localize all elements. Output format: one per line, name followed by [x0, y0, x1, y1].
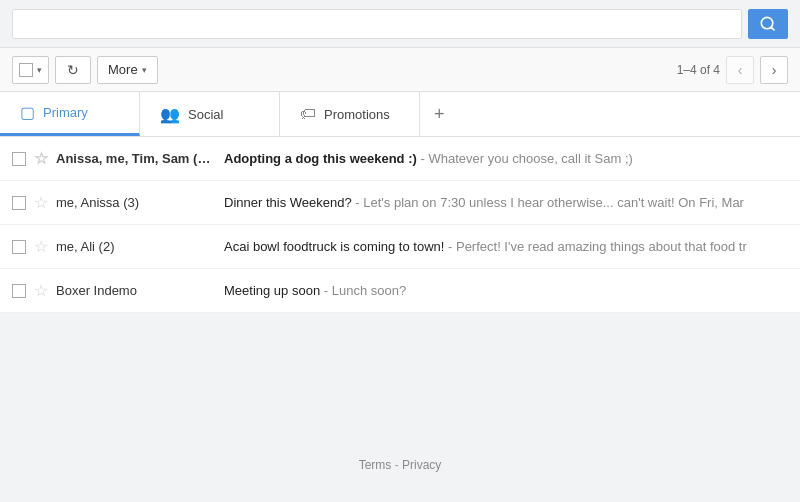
inbox-icon: ▢	[20, 103, 35, 122]
next-page-button[interactable]: ›	[760, 56, 788, 84]
email-checkbox[interactable]	[12, 284, 26, 298]
tag-icon: 🏷	[300, 105, 316, 123]
email-sender: me, Ali (2)	[56, 239, 216, 254]
email-subject: Dinner this Weekend?	[224, 195, 352, 210]
email-list: ☆ Anissa, me, Tim, Sam (22) Adopting a d…	[0, 137, 800, 313]
terms-link[interactable]: Terms	[359, 458, 392, 472]
email-checkbox[interactable]	[12, 196, 26, 210]
email-checkbox[interactable]	[12, 152, 26, 166]
email-row[interactable]: ☆ me, Anissa (3) Dinner this Weekend? - …	[0, 181, 800, 225]
search-bar	[0, 0, 800, 48]
dropdown-chevron-icon: ▾	[37, 65, 42, 75]
email-subject: Adopting a dog this weekend :)	[224, 151, 417, 166]
email-subject: Meeting up soon	[224, 283, 320, 298]
email-subject-preview: Dinner this Weekend? - Let's plan on 7:3…	[224, 195, 788, 210]
toolbar: ▾ ↻ More ▾ 1–4 of 4 ‹ ›	[0, 48, 800, 92]
email-sender: me, Anissa (3)	[56, 195, 216, 210]
tab-social-label: Social	[188, 107, 223, 122]
tab-primary[interactable]: ▢ Primary	[0, 92, 140, 136]
email-preview: - Let's plan on 7:30 unless I hear other…	[355, 195, 744, 210]
search-button[interactable]	[748, 9, 788, 39]
prev-page-button[interactable]: ‹	[726, 56, 754, 84]
email-row[interactable]: ☆ Anissa, me, Tim, Sam (22) Adopting a d…	[0, 137, 800, 181]
footer-separator: -	[391, 458, 402, 472]
email-subject-preview: Meeting up soon - Lunch soon?	[224, 283, 788, 298]
pagination-area: 1–4 of 4 ‹ ›	[677, 56, 788, 84]
more-chevron-icon: ▾	[142, 65, 147, 75]
star-icon[interactable]: ☆	[34, 149, 48, 168]
star-icon[interactable]: ☆	[34, 237, 48, 256]
prev-icon: ‹	[738, 62, 743, 78]
pagination-text: 1–4 of 4	[677, 63, 720, 77]
add-tab-button[interactable]: +	[420, 92, 459, 136]
email-subject: Acai bowl foodtruck is coming to town!	[224, 239, 444, 254]
email-row[interactable]: ☆ Boxer Indemo Meeting up soon - Lunch s…	[0, 269, 800, 313]
refresh-button[interactable]: ↻	[55, 56, 91, 84]
next-icon: ›	[772, 62, 777, 78]
select-all-checkbox	[19, 63, 33, 77]
email-preview: - Perfect! I've read amazing things abou…	[448, 239, 747, 254]
email-checkbox[interactable]	[12, 240, 26, 254]
more-button[interactable]: More ▾	[97, 56, 158, 84]
star-icon[interactable]: ☆	[34, 193, 48, 212]
email-sender: Anissa, me, Tim, Sam (22)	[56, 151, 216, 166]
email-subject-preview: Adopting a dog this weekend :) - Whateve…	[224, 151, 788, 166]
email-sender: Boxer Indemo	[56, 283, 216, 298]
star-icon[interactable]: ☆	[34, 281, 48, 300]
email-preview: - Lunch soon?	[324, 283, 406, 298]
search-input[interactable]	[12, 9, 742, 39]
search-icon	[760, 16, 776, 32]
privacy-link[interactable]: Privacy	[402, 458, 441, 472]
more-label: More	[108, 62, 138, 77]
email-subject-preview: Acai bowl foodtruck is coming to town! -…	[224, 239, 788, 254]
email-preview: - Whatever you choose, call it Sam ;)	[420, 151, 632, 166]
tab-primary-label: Primary	[43, 105, 88, 120]
email-row[interactable]: ☆ me, Ali (2) Acai bowl foodtruck is com…	[0, 225, 800, 269]
tabs-bar: ▢ Primary 👥 Social 🏷 Promotions +	[0, 92, 800, 137]
tab-promotions[interactable]: 🏷 Promotions	[280, 92, 420, 136]
tab-promotions-label: Promotions	[324, 107, 390, 122]
footer: Terms - Privacy	[0, 458, 800, 472]
select-all-dropdown[interactable]: ▾	[12, 56, 49, 84]
tab-social[interactable]: 👥 Social	[140, 92, 280, 136]
people-icon: 👥	[160, 105, 180, 124]
